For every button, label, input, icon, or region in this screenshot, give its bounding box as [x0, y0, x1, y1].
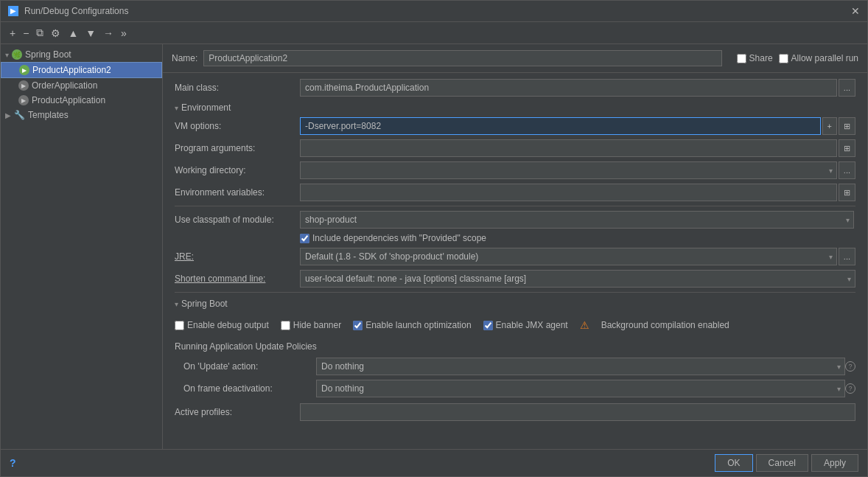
checkboxes-right: Share Allow parallel run [737, 53, 858, 63]
shorten-cmd-select[interactable]: user-local default: none - java [options… [300, 270, 855, 288]
templates-expand-icon: ▶ [5, 111, 11, 119]
form-area: Main class: Name: Share Allow parallel r… [163, 44, 867, 449]
move-to-button[interactable]: → [100, 26, 116, 41]
classpath-label: Use classpath of module: [175, 215, 300, 225]
run-debug-window: ▶ Run/Debug Configurations ✕ + − ⧉ ⚙ ▲ ▼… [0, 0, 868, 477]
on-frame-row: On frame deactivation: Do nothing ? [175, 380, 855, 397]
enable-debug-checkbox[interactable] [175, 321, 184, 330]
templates-icon: 🔧 [14, 110, 25, 120]
shorten-cmd-label: Shorten command line: [175, 274, 300, 284]
running-app-section: Running Application Update Policies On '… [175, 341, 855, 397]
spring-boot-section: ▾ Spring Boot Enable debug output Hide b… [175, 299, 855, 397]
hide-banner-label[interactable]: Hide banner [281, 320, 341, 330]
help-button[interactable]: ? [10, 457, 16, 469]
parallel-checkbox-label[interactable]: Allow parallel run [779, 53, 858, 63]
share-checkbox[interactable] [737, 54, 746, 63]
vm-options-input[interactable] [300, 117, 821, 135]
group-expand-icon: ▾ [5, 51, 9, 59]
on-update-select[interactable]: Do nothing [316, 358, 845, 375]
divider-2 [175, 292, 855, 293]
main-class-row: Main class: ... [175, 79, 855, 97]
run-config-icon-2: ▶ [18, 80, 29, 91]
on-update-help-icon[interactable]: ? [845, 361, 855, 372]
parallel-checkbox[interactable] [779, 54, 788, 63]
jre-select[interactable]: Default (1.8 - SDK of 'shop-product' mod… [300, 248, 837, 265]
jre-row: JRE: Default (1.8 - SDK of 'shop-product… [175, 248, 855, 265]
share-checkbox-label[interactable]: Share [737, 53, 773, 63]
cancel-button[interactable]: Cancel [756, 454, 808, 472]
enable-launch-checkbox[interactable] [353, 321, 363, 330]
ok-button[interactable]: OK [715, 454, 752, 472]
spring-section-expand-icon: ▾ [175, 300, 178, 308]
copy-config-button[interactable]: ⧉ [33, 25, 46, 41]
vm-options-row: VM options: + ⊞ [175, 117, 855, 135]
main-class-input[interactable] [300, 79, 837, 97]
shorten-cmd-row: Shorten command line: user-local default… [175, 270, 855, 288]
enable-debug-label[interactable]: Enable debug output [175, 320, 269, 330]
add-config-button[interactable]: + [7, 26, 18, 41]
name-input[interactable] [203, 50, 721, 66]
move-down-button[interactable]: ▼ [83, 26, 99, 41]
active-profiles-row: Active profiles: [175, 403, 855, 421]
jre-input-group: Default (1.8 - SDK of 'shop-product' mod… [300, 248, 855, 265]
apply-button[interactable]: Apply [811, 454, 858, 472]
more-options-button[interactable]: » [118, 26, 130, 41]
working-dir-input[interactable] [300, 161, 837, 179]
spring-boot-icon: 🌿 [12, 49, 22, 60]
bottom-bar: ? OK Cancel Apply [1, 449, 867, 476]
on-update-label: On 'Update' action: [183, 361, 316, 372]
env-vars-row: Environment variables: ⊞ [175, 184, 855, 201]
classpath-row: Use classpath of module: shop-product [175, 211, 855, 229]
env-vars-browse-button[interactable]: ⊞ [839, 184, 855, 201]
environment-label: Environment [181, 102, 231, 113]
enable-launch-text: Enable launch optimization [365, 320, 471, 330]
templates-label: Templates [28, 110, 69, 120]
env-vars-input-group: ⊞ [300, 184, 855, 201]
main-class-browse-button[interactable]: ... [839, 79, 855, 97]
running-app-title: Running Application Update Policies [175, 341, 855, 352]
templates-group-header[interactable]: ▶ 🔧 Templates [1, 108, 162, 122]
spring-boot-checkboxes: Enable debug output Hide banner Enable l… [175, 315, 855, 335]
include-deps-label[interactable]: Include dependencies with "Provided" sco… [300, 233, 486, 243]
enable-launch-label[interactable]: Enable launch optimization [353, 320, 471, 330]
on-frame-label: On frame deactivation: [183, 383, 316, 394]
env-vars-input[interactable] [300, 184, 837, 201]
bottom-buttons: OK Cancel Apply [715, 454, 858, 472]
settings-button[interactable]: ⚙ [48, 26, 63, 41]
hide-banner-text: Hide banner [293, 320, 341, 330]
enable-jmx-checkbox[interactable] [483, 321, 493, 330]
enable-jmx-label[interactable]: Enable JMX agent [483, 320, 568, 330]
name-field-label: Name: [172, 53, 197, 63]
program-args-input[interactable] [300, 139, 837, 157]
hide-banner-checkbox[interactable] [281, 321, 290, 330]
spring-boot-section-header[interactable]: ▾ Spring Boot [175, 299, 855, 309]
sidebar-item-order-app[interactable]: ▶ OrderApplication [1, 78, 162, 93]
program-args-input-group: ⊞ [300, 139, 855, 157]
main-content: ▾ 🌿 Spring Boot ▶ ProductApplication2 ▶ … [1, 44, 867, 449]
main-class-label: Main class: [175, 83, 300, 93]
program-args-expand-button[interactable]: ⊞ [839, 139, 855, 157]
vm-expand-button[interactable]: + [822, 117, 837, 135]
program-args-label: Program arguments: [175, 143, 300, 153]
sidebar-item-product-app[interactable]: ▶ ProductApplication [1, 93, 162, 108]
working-dir-input-group: ... [300, 161, 855, 179]
include-deps-checkbox[interactable] [300, 234, 309, 243]
active-profiles-input[interactable] [300, 403, 855, 421]
spring-boot-group-header[interactable]: ▾ 🌿 Spring Boot [1, 47, 162, 62]
sidebar-item-label-2: OrderApplication [32, 80, 97, 91]
on-frame-help-icon[interactable]: ? [845, 383, 855, 394]
run-config-icon-1: ▶ [19, 65, 29, 75]
classpath-select[interactable]: shop-product [300, 211, 854, 229]
vm-fullscreen-button[interactable]: ⊞ [839, 117, 855, 135]
close-button[interactable]: ✕ [851, 5, 860, 17]
jre-browse-button[interactable]: ... [839, 248, 855, 265]
environment-section-header[interactable]: ▾ Environment [175, 102, 855, 113]
remove-config-button[interactable]: − [20, 26, 32, 41]
on-frame-select[interactable]: Do nothing [316, 380, 845, 397]
warning-icon: ⚠ [580, 319, 589, 331]
move-up-button[interactable]: ▲ [65, 26, 81, 41]
working-dir-browse-button[interactable]: ... [839, 161, 855, 179]
program-args-row: Program arguments: ⊞ [175, 139, 855, 157]
share-label: Share [749, 53, 773, 63]
sidebar-item-product-app2[interactable]: ▶ ProductApplication2 [1, 62, 162, 78]
